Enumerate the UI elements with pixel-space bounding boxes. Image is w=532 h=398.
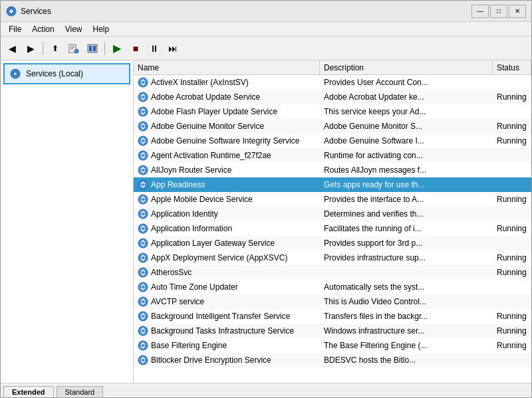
maximize-button[interactable]: □ <box>490 5 507 18</box>
menu-help[interactable]: Help <box>88 23 115 35</box>
cell-description: Windows infrastructure ser... <box>320 326 493 336</box>
svg-rect-8 <box>89 46 92 51</box>
list-row[interactable]: Base Filtering EngineThe Base Filtering … <box>134 338 531 353</box>
services-local-icon <box>9 67 22 80</box>
services-window: Services — □ ✕ File Action View Help ◀ ▶… <box>0 0 532 398</box>
list-row[interactable]: Application Layer Gateway ServiceProvide… <box>134 236 531 250</box>
svg-rect-9 <box>93 46 96 51</box>
back-button[interactable]: ◀ <box>3 40 21 57</box>
menu-bar: File Action View Help <box>1 22 531 37</box>
cell-description: Automatically sets the syst... <box>320 282 493 292</box>
tab-extended[interactable]: Extended <box>3 386 54 397</box>
list-row[interactable]: Agent Activation Runtime_f27f2aeRuntime … <box>134 148 531 163</box>
service-icon <box>138 165 148 175</box>
cell-name: AppX Deployment Service (AppXSVC) <box>134 252 320 263</box>
list-row[interactable]: AppX Deployment Service (AppXSVC)Provide… <box>134 250 531 265</box>
title-bar-icon <box>6 6 17 17</box>
service-icon <box>138 179 148 190</box>
close-button[interactable]: ✕ <box>509 5 526 18</box>
stop-button[interactable]: ■ <box>127 40 144 57</box>
tab-standard[interactable]: Standard <box>57 386 104 397</box>
cell-description: Routes AllJoyn messages f... <box>320 165 493 175</box>
sidebar-item-services-local[interactable]: Services (Local) <box>3 63 130 84</box>
service-icon <box>138 296 148 307</box>
cell-description: Transfers files in the backgr... <box>320 312 493 321</box>
service-icon <box>138 194 148 205</box>
service-icon <box>138 223 148 234</box>
cell-status: Running <box>493 224 531 233</box>
cell-name: Application Information <box>134 223 320 234</box>
menu-file[interactable]: File <box>3 23 27 35</box>
list-row[interactable]: Background Intelligent Transfer ServiceT… <box>134 309 531 324</box>
cell-name: Background Tasks Infrastructure Service <box>134 326 320 336</box>
cell-description: Adobe Acrobat Updater ke... <box>320 92 493 102</box>
cell-description: Provides the interface to A... <box>320 195 493 204</box>
service-icon <box>138 150 148 161</box>
list-row[interactable]: Adobe Genuine Monitor ServiceAdobe Genui… <box>134 119 531 134</box>
toolbar: ◀ ▶ ⬆ i ▶ ■ ⏸ ⏭ <box>1 37 531 60</box>
col-header-status[interactable]: Status <box>493 60 531 74</box>
list-row[interactable]: Adobe Genuine Software Integrity Service… <box>134 134 531 148</box>
svg-text:i: i <box>76 49 76 53</box>
separator-2 <box>104 42 105 55</box>
list-header: Name Description Status <box>134 60 531 75</box>
cell-description: This is Audio Video Control... <box>320 297 493 306</box>
list-row[interactable]: Bitlocker Drive Encryption ServiceBDESVC… <box>134 353 531 367</box>
cell-description: Provides User Account Con... <box>320 78 493 87</box>
list-row[interactable]: Background Tasks Infrastructure ServiceW… <box>134 324 531 338</box>
sidebar-item-label: Services (Local) <box>26 69 83 78</box>
properties-button[interactable]: i <box>65 40 82 57</box>
list-row[interactable]: Auto Time Zone UpdaterAutomatically sets… <box>134 280 531 294</box>
cell-status: Running <box>493 253 531 262</box>
list-row[interactable]: ActiveX Installer (AxInstSV)Provides Use… <box>134 75 531 90</box>
cell-description: BDESVC hosts the Bitlo... <box>320 355 493 365</box>
cell-name: App Readiness <box>134 179 320 190</box>
title-bar-controls: — □ ✕ <box>471 5 526 18</box>
up-button[interactable]: ⬆ <box>47 40 64 57</box>
service-icon <box>138 238 148 249</box>
cell-status: Running <box>493 326 531 336</box>
list-row[interactable]: App ReadinessGets apps ready for use th.… <box>134 177 531 192</box>
cell-status: Running <box>493 92 531 102</box>
cell-name: Adobe Flash Player Update Service <box>134 106 320 117</box>
col-header-name[interactable]: Name <box>134 60 320 74</box>
services-list[interactable]: ActiveX Installer (AxInstSV)Provides Use… <box>134 75 531 383</box>
cell-description: Adobe Genuine Monitor S... <box>320 122 493 131</box>
list-row[interactable]: AVCTP serviceThis is Audio Video Control… <box>134 294 531 309</box>
cell-description: Facilitates the running of i... <box>320 224 493 233</box>
title-bar-title: Services <box>21 7 471 16</box>
list-row[interactable]: Adobe Flash Player Update ServiceThis se… <box>134 104 531 119</box>
cell-status: Running <box>493 268 531 277</box>
list-row[interactable]: Adobe Acrobat Update ServiceAdobe Acroba… <box>134 90 531 104</box>
minimize-button[interactable]: — <box>471 5 489 18</box>
list-row[interactable]: Application InformationFacilitates the r… <box>134 221 531 236</box>
cell-name: Background Intelligent Transfer Service <box>134 311 320 322</box>
cell-status: Running <box>493 341 531 350</box>
cell-name: Adobe Genuine Monitor Service <box>134 121 320 132</box>
menu-action[interactable]: Action <box>27 23 59 35</box>
forward-button[interactable]: ▶ <box>22 40 39 57</box>
list-row[interactable]: Application IdentityDetermines and verif… <box>134 207 531 221</box>
service-icon <box>138 252 148 263</box>
service-icon <box>138 267 148 278</box>
list-row[interactable]: Apple Mobile Device ServiceProvides the … <box>134 192 531 207</box>
service-icon <box>138 326 148 336</box>
pause-button[interactable]: ⏸ <box>146 40 163 57</box>
sidebar: Services (Local) <box>1 60 134 383</box>
start-button[interactable]: ▶ <box>108 40 126 57</box>
service-icon <box>138 355 148 365</box>
list-row[interactable]: AllJoyn Router ServiceRoutes AllJoyn mes… <box>134 163 531 177</box>
cell-name: Adobe Genuine Software Integrity Service <box>134 136 320 146</box>
cell-name: Agent Activation Runtime_f27f2ae <box>134 150 320 161</box>
bottom-tab-bar: Extended Standard <box>1 383 531 397</box>
cell-status: Running <box>493 312 531 321</box>
cell-name: Adobe Acrobat Update Service <box>134 92 320 102</box>
restart-button[interactable]: ⏭ <box>164 40 182 57</box>
cell-status: Running <box>493 136 531 146</box>
service-icon <box>138 311 148 322</box>
menu-view[interactable]: View <box>60 23 88 35</box>
list-row[interactable]: AtherosSvcRunning <box>134 265 531 280</box>
col-header-description[interactable]: Description <box>320 60 493 74</box>
cell-name: Bitlocker Drive Encryption Service <box>134 355 320 365</box>
show-hide-button[interactable] <box>84 40 101 57</box>
